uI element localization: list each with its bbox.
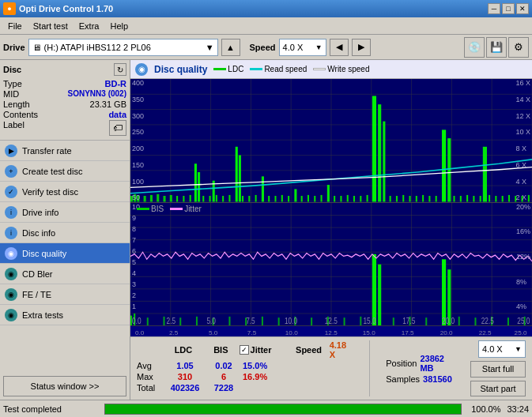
speed-select-row: 4.0 X ▼: [478, 340, 526, 358]
jitter-color: [170, 208, 183, 210]
titlebar-buttons: ─ □ ✕: [488, 3, 529, 14]
svg-rect-82: [502, 196, 504, 202]
svg-rect-67: [390, 196, 391, 202]
nav-disc-info[interactable]: i Disc info: [0, 223, 130, 243]
progress-container: [104, 404, 462, 415]
svg-rect-127: [393, 317, 394, 325]
stats-right: Position 23862 MB Samples 381560: [386, 340, 458, 396]
svg-text:2.5: 2.5: [169, 329, 179, 336]
nav-fe-te[interactable]: ◉ FE / TE: [0, 284, 130, 305]
jitter-checkbox[interactable]: ✓: [240, 345, 249, 355]
stats-avg-row: Avg 1.05 0.02 15.0%: [137, 361, 353, 370]
save-button[interactable]: 💾: [486, 37, 507, 58]
bis-legend-label: BIS: [151, 205, 164, 213]
nav-verify-test-disc[interactable]: ✓ Verify test disc: [0, 182, 130, 202]
menu-help[interactable]: Help: [105, 20, 133, 32]
stats-speed-header: Speed: [296, 345, 326, 355]
disc-length-label: Length: [3, 100, 30, 109]
svg-text:12.5: 12.5: [325, 329, 338, 336]
chart-header: ◉ Disc quality LDC Read speed Write spee…: [130, 60, 532, 79]
svg-text:17.5: 17.5: [402, 317, 415, 325]
maximize-button[interactable]: □: [502, 3, 515, 14]
top-chart-x-axis-svg: 0.0 2.5 5.0 7.5 10.0 12.5 15.0 17.5 20.0…: [134, 326, 529, 337]
svg-text:0.0: 0.0: [132, 317, 141, 325]
stats-ldc-header: LDC: [164, 345, 202, 355]
svg-rect-118: [228, 316, 230, 325]
speed-dropdown[interactable]: 4.0 X ▼: [279, 39, 326, 56]
start-full-button[interactable]: Start full: [470, 361, 526, 378]
disc-quality-icon: ◉: [5, 247, 17, 260]
svg-rect-36: [372, 96, 376, 201]
disc-label-label: Label: [3, 120, 25, 136]
svg-text:5.0: 5.0: [206, 317, 216, 325]
app-icon: ●: [3, 2, 16, 15]
svg-rect-28: [194, 163, 197, 201]
bis-color: [137, 208, 149, 210]
avg-label: Avg: [137, 361, 162, 370]
svg-rect-71: [416, 196, 417, 202]
svg-rect-49: [228, 195, 230, 202]
nav-drive-info[interactable]: i Drive info: [0, 202, 130, 223]
disc-button[interactable]: 💿: [464, 37, 485, 58]
close-button[interactable]: ✕: [516, 3, 529, 14]
menu-start-test[interactable]: Start test: [28, 20, 73, 32]
menu-file[interactable]: File: [3, 20, 27, 32]
left-panel: Disc ↻ Type BD-R MID SONYNN3 (002) Lengt…: [0, 60, 130, 400]
samples-label: Samples: [386, 374, 420, 384]
drive-dropdown[interactable]: 🖥 (H:) ATAPI iHBS112 2 PL06 ▼: [28, 39, 218, 56]
status-window-button[interactable]: Status window >>: [3, 376, 126, 396]
speed-prev-button[interactable]: ◀: [330, 39, 349, 56]
disc-label-icon-button[interactable]: 🏷: [109, 120, 126, 136]
stats-speed-value: 4.18 X: [330, 340, 354, 359]
position-label: Position: [386, 359, 417, 368]
svg-text:17.5: 17.5: [402, 329, 414, 336]
drive-value: (H:) ATAPI iHBS112 2 PL06: [44, 43, 151, 52]
menu-extra[interactable]: Extra: [74, 20, 104, 32]
legend-jitter: Jitter: [170, 205, 202, 213]
nav-cd-bler[interactable]: ◉ CD Bler: [0, 264, 130, 284]
speed-label: Speed: [250, 43, 276, 52]
stats-bar: LDC BIS ✓ Jitter Speed 4.18 X Avg 1.05 0…: [130, 336, 532, 400]
menubar: File Start test Extra Help: [0, 17, 532, 35]
ldc-label: LDC: [228, 65, 243, 73]
nav-transfer-rate-label: Transfer rate: [22, 146, 72, 156]
svg-rect-37: [378, 104, 381, 201]
svg-rect-63: [347, 195, 349, 202]
transfer-rate-icon: ▶: [5, 145, 17, 157]
ldc-avg: 1.05: [165, 361, 205, 370]
legend-bis: BIS: [137, 205, 164, 213]
svg-rect-131: [474, 317, 476, 325]
start-part-button[interactable]: Start part: [470, 381, 526, 397]
svg-rect-62: [340, 196, 341, 202]
drive-eject-button[interactable]: ▲: [221, 39, 240, 56]
disc-info-icon: i: [5, 227, 17, 239]
right-panel: ◉ Disc quality LDC Read speed Write spee…: [130, 60, 532, 400]
read-speed-label: Read speed: [264, 65, 307, 73]
position-value: 23862 MB: [420, 354, 458, 373]
nav-create-test-disc[interactable]: + Create test disc: [0, 161, 130, 182]
settings-button[interactable]: ⚙: [508, 37, 529, 58]
test-speed-value: 4.0 X: [482, 344, 503, 354]
disc-mid-value: SONYNN3 (002): [68, 89, 126, 99]
bottom-chart-y-axis-right: 20% 16% 12% 8% 4%: [516, 203, 530, 311]
disc-refresh-button[interactable]: ↻: [114, 63, 126, 76]
stats-total-row: Total 402326 7228: [137, 383, 353, 393]
svg-rect-57: [301, 196, 303, 202]
titlebar-left: ● Opti Drive Control 1.70: [3, 2, 113, 15]
nav-fe-te-label: FE / TE: [22, 290, 51, 299]
svg-rect-50: [242, 196, 243, 202]
svg-rect-111: [442, 259, 446, 325]
nav-transfer-rate[interactable]: ▶ Transfer rate: [0, 141, 130, 161]
speed-next-button[interactable]: ▶: [352, 39, 371, 56]
svg-rect-79: [480, 196, 481, 202]
nav-disc-quality[interactable]: ◉ Disc quality: [0, 243, 130, 264]
svg-rect-48: [222, 196, 224, 202]
svg-rect-69: [402, 195, 404, 202]
svg-rect-123: [311, 317, 312, 325]
svg-text:22.5: 22.5: [479, 329, 492, 336]
test-speed-dropdown[interactable]: 4.0 X ▼: [478, 340, 526, 358]
nav-extra-tests[interactable]: ◉ Extra tests: [0, 305, 130, 325]
nav-disc-quality-label: Disc quality: [22, 249, 66, 258]
bottom-chart-legend: BIS Jitter: [137, 205, 202, 213]
minimize-button[interactable]: ─: [488, 3, 500, 14]
